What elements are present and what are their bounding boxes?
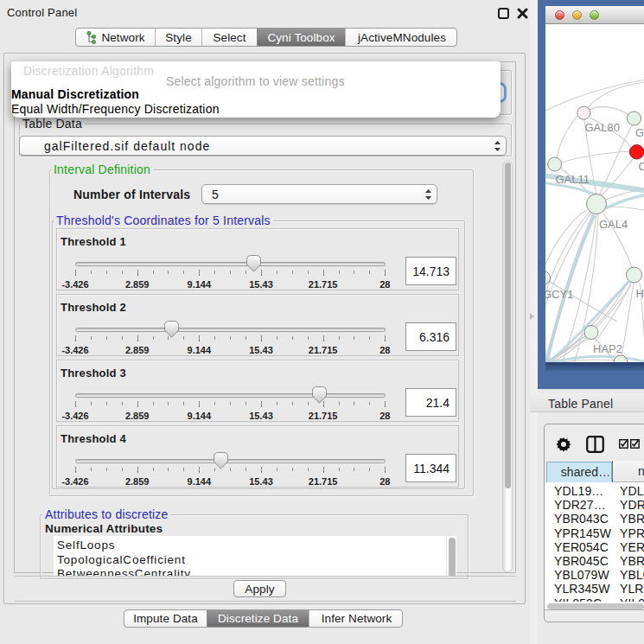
svg-text:GA: GA — [635, 126, 644, 139]
svg-text:GCY1: GCY1 — [545, 288, 573, 301]
svg-text:C: C — [639, 160, 644, 173]
svg-text:GAL80: GAL80 — [585, 121, 620, 134]
svg-text:GAL4: GAL4 — [599, 218, 628, 231]
svg-text:HAP2: HAP2 — [593, 342, 622, 355]
svg-text:HI: HI — [636, 287, 644, 300]
svg-text:GAL11: GAL11 — [556, 173, 590, 186]
